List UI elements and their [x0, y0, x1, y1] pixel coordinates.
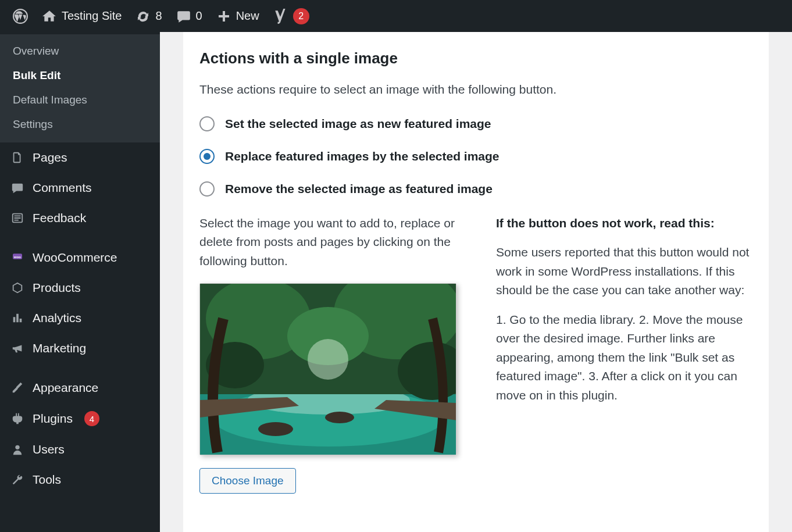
- comments-count: 0: [196, 9, 202, 23]
- sidebar-item-marketing[interactable]: Marketing: [0, 333, 160, 363]
- plus-icon: [216, 9, 231, 24]
- help-para2: 1. Go to the media library. 2. Move the …: [496, 310, 752, 405]
- sidebar-item-label: Users: [33, 442, 65, 456]
- site-name: Testing Site: [62, 9, 122, 23]
- new-label: New: [236, 9, 259, 23]
- radio-input[interactable]: [199, 149, 215, 164]
- sidebar-item-woocommerce[interactable]: woo WooCommerce: [0, 242, 160, 273]
- radio-label: Replace featured images by the selected …: [225, 149, 500, 163]
- sidebar-item-comments[interactable]: Comments: [0, 173, 160, 203]
- feedback-icon: [10, 211, 24, 225]
- radio-label: Set the selected image as new featured i…: [225, 117, 491, 131]
- section-heading: Actions with a single image: [199, 49, 752, 67]
- settings-card: Actions with a single image These action…: [183, 32, 769, 532]
- yoast-link[interactable]: 2: [266, 0, 316, 32]
- radio-set-featured[interactable]: Set the selected image as new featured i…: [199, 116, 752, 131]
- submenu-item-overview[interactable]: Overview: [0, 39, 160, 63]
- wordpress-icon: [13, 9, 28, 24]
- appearance-icon: [10, 381, 24, 395]
- svg-point-17: [308, 339, 348, 380]
- home-icon: [42, 9, 57, 24]
- sidebar-item-label: Analytics: [33, 311, 81, 325]
- sidebar-submenu: Overview Bulk Edit Default Images Settin…: [0, 34, 160, 142]
- radio-input[interactable]: [199, 116, 215, 131]
- svg-point-15: [325, 412, 354, 423]
- radio-remove-featured[interactable]: Remove the selected image as featured im…: [199, 181, 752, 197]
- sidebar-item-pages[interactable]: Pages: [0, 142, 160, 173]
- help-para1: Some users reported that this button wou…: [496, 243, 752, 300]
- sidebar-item-feedback[interactable]: Feedback: [0, 203, 160, 233]
- sidebar-item-label: Pages: [33, 151, 67, 165]
- sidebar-item-label: Products: [33, 281, 81, 295]
- tools-icon: [10, 473, 24, 487]
- radio-replace-featured[interactable]: Replace featured images by the selected …: [199, 149, 752, 164]
- updates-count: 8: [155, 9, 162, 23]
- section-lead: These actions require to select an image…: [199, 80, 752, 99]
- sidebar-item-label: Marketing: [33, 341, 86, 355]
- image-action-radiogroup: Set the selected image as new featured i…: [199, 116, 752, 197]
- products-icon: [10, 281, 24, 295]
- column-left: Select the image you want to add to, rep…: [199, 214, 467, 494]
- pages-icon: [10, 151, 24, 165]
- sidebar-item-label: Plugins: [33, 412, 73, 426]
- plugins-icon: [10, 412, 24, 426]
- sidebar-item-analytics[interactable]: Analytics: [0, 303, 160, 333]
- svg-point-4: [15, 445, 19, 449]
- marketing-icon: [10, 341, 24, 355]
- woo-icon: woo: [10, 251, 24, 265]
- svg-point-16: [258, 422, 293, 436]
- submenu-item-default-images[interactable]: Default Images: [0, 88, 160, 112]
- radio-label: Remove the selected image as featured im…: [225, 182, 493, 196]
- submenu-item-bulk-edit[interactable]: Bulk Edit: [0, 63, 160, 88]
- sidebar-item-label: Comments: [33, 181, 92, 195]
- sidebar-item-tools[interactable]: Tools: [0, 465, 160, 495]
- radio-input[interactable]: [199, 181, 215, 197]
- sidebar-item-users[interactable]: Users: [0, 434, 160, 465]
- admin-toolbar: Testing Site 8 0 New 2: [0, 0, 792, 32]
- sidebar-item-appearance[interactable]: Appearance: [0, 373, 160, 403]
- sidebar-item-plugins[interactable]: Plugins 4: [0, 403, 160, 434]
- choose-image-button[interactable]: Choose Image: [199, 468, 296, 494]
- new-content-link[interactable]: New: [209, 0, 266, 32]
- updates-link[interactable]: 8: [129, 0, 169, 32]
- submenu-item-settings[interactable]: Settings: [0, 112, 160, 137]
- wp-logo[interactable]: [6, 0, 35, 32]
- yoast-badge: 2: [293, 8, 309, 24]
- main-content: Actions with a single image These action…: [160, 32, 792, 532]
- analytics-icon: [10, 311, 24, 325]
- sidebar-item-label: Tools: [33, 473, 61, 487]
- updates-icon: [135, 9, 151, 24]
- help-title: If the button does not work, read this:: [496, 214, 752, 233]
- comments-link[interactable]: 0: [169, 0, 209, 32]
- instruction-text: Select the image you want to add to, rep…: [199, 214, 467, 271]
- image-preview: [199, 283, 456, 455]
- sidebar-item-products[interactable]: Products: [0, 273, 160, 303]
- sidebar-item-label: WooCommerce: [33, 251, 117, 265]
- yoast-icon: [273, 9, 288, 24]
- admin-sidebar: Overview Bulk Edit Default Images Settin…: [0, 32, 160, 532]
- users-icon: [10, 442, 24, 456]
- svg-text:woo: woo: [13, 255, 21, 259]
- sidebar-item-label: Appearance: [33, 381, 98, 395]
- comments-icon: [10, 181, 24, 195]
- plugins-badge: 4: [84, 411, 99, 426]
- sidebar-item-label: Feedback: [33, 211, 86, 225]
- comments-icon: [176, 9, 191, 24]
- site-link[interactable]: Testing Site: [35, 0, 129, 32]
- column-right: If the button does not work, read this: …: [496, 214, 752, 494]
